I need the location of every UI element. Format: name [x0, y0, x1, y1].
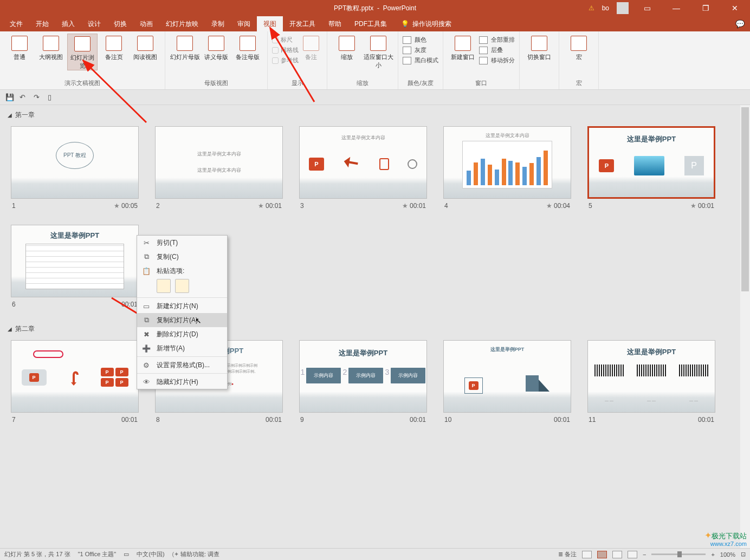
start-from-beginning-icon[interactable]: ▯ — [48, 93, 56, 102]
menu-粘贴选项:[interactable]: 📋粘贴选项: — [137, 264, 227, 278]
ribbon-btn-宏[interactable]: 宏 — [564, 34, 594, 61]
slide-time: 00:01 — [410, 416, 426, 424]
row-移动拆分[interactable]: 移动拆分 — [479, 56, 515, 64]
menu-删除幻灯片(D)[interactable]: ✖删除幻灯片(D) — [137, 327, 227, 341]
restore-button[interactable]: ❐ — [695, 4, 716, 12]
slideshow-view-button[interactable] — [628, 551, 637, 558]
avatar[interactable] — [617, 2, 629, 14]
slide-thumb-4[interactable]: 这里是举例文本内容 — [443, 126, 571, 199]
redo-icon[interactable]: ↷ — [34, 93, 42, 102]
menu-复制(C)[interactable]: ⧉复制(C) — [137, 250, 227, 264]
tab-审阅[interactable]: 审阅 — [231, 16, 257, 31]
slide-thumb-7[interactable]: PPPPP — [11, 340, 139, 413]
ribbon-icon — [531, 36, 547, 51]
tab-插入[interactable]: 插入 — [55, 16, 81, 31]
warning-icon: ⚠ — [589, 4, 594, 12]
ribbon-btn-切换窗口[interactable]: 切换窗口 — [524, 34, 554, 61]
language-indicator[interactable]: 中文(中国) — [137, 550, 164, 558]
tab-设计[interactable]: 设计 — [81, 16, 107, 31]
paste-option-theme[interactable] — [157, 279, 171, 293]
menu-剪切(T)[interactable]: ✂剪切(T) — [137, 236, 227, 250]
tab-开发工具[interactable]: 开发工具 — [283, 16, 322, 31]
tab-视图[interactable]: 视图 — [257, 16, 283, 31]
small-icon — [479, 36, 488, 44]
ribbon-group-缩放: 缩放适应窗口大小缩放 — [327, 31, 398, 89]
group-label: 颜色/灰度 — [408, 79, 433, 88]
slide-thumb-5[interactable]: 这里是举例PPTPP — [587, 126, 715, 199]
row-层叠[interactable]: 层叠 — [479, 46, 515, 54]
slide-thumb-9[interactable]: 这里是举例PPT1示例内容2示例内容3示例内容 — [299, 340, 427, 413]
ribbon-btn-备注母版[interactable]: 备注母版 — [232, 34, 263, 61]
small-icon — [403, 57, 411, 64]
row-颜色[interactable]: 颜色 — [403, 36, 438, 44]
ribbon-group-母版视图: 幻灯片母版讲义母版备注母版母版视图 — [165, 31, 268, 89]
slide-thumb-11[interactable]: 这里是举例PPT— —— —— — — [587, 340, 715, 413]
ribbon-btn-幻灯片母版[interactable]: 幻灯片母版 — [170, 34, 200, 61]
ribbon-btn-阅读视图[interactable]: 阅读视图 — [130, 34, 160, 61]
ribbon-btn-备注页[interactable]: 备注页 — [99, 34, 129, 61]
slide-thumb-6[interactable]: 这里是举例PPT — [11, 225, 139, 297]
zoom-value[interactable]: 100% — [720, 551, 735, 558]
accessibility-indicator[interactable]: (✦ 辅助功能: 调查 — [172, 550, 220, 558]
tab-文件[interactable]: 文件 — [3, 16, 29, 31]
paste-option-source[interactable] — [175, 279, 189, 293]
normal-view-button[interactable] — [582, 551, 592, 558]
ribbon-icon — [74, 36, 90, 51]
row-黑白模式[interactable]: 黑白模式 — [403, 56, 438, 64]
slide-thumb-2[interactable]: 这里是举例文本内容这里是举例文本内容 — [155, 126, 283, 199]
slide-time: 00:01 — [121, 416, 138, 424]
mouse-cursor-icon: ↖ — [195, 316, 202, 325]
fit-to-window-button[interactable]: ⊡ — [741, 551, 746, 558]
menu-设置背景格式(B)...[interactable]: ⚙设置背景格式(B)... — [137, 358, 227, 372]
window-title: PPT教程.pptx - PowerPoint — [334, 4, 416, 13]
vertical-scrollbar[interactable] — [740, 105, 750, 548]
zoom-in-button[interactable]: + — [711, 551, 714, 558]
slide-thumb-10[interactable]: 这里是举例PPTP — [443, 340, 571, 413]
row-灰度[interactable]: 灰度 — [403, 46, 438, 54]
zoom-slider[interactable] — [651, 554, 706, 555]
save-icon[interactable]: 💾 — [5, 93, 14, 102]
ribbon-btn-缩放[interactable]: 缩放 — [332, 34, 362, 61]
scroll-thumb[interactable] — [741, 107, 749, 291]
zoom-out-button[interactable]: − — [643, 551, 646, 558]
undo-icon[interactable]: ↶ — [20, 93, 28, 102]
ribbon-btn-讲义母版[interactable]: 讲义母版 — [201, 34, 231, 61]
slide-cell: PPPPP700:01 — [11, 340, 139, 424]
tab-帮助[interactable]: 帮助 — [322, 16, 348, 31]
tab-录制[interactable]: 录制 — [205, 16, 231, 31]
row-全部重排[interactable]: 全部重排 — [479, 36, 515, 44]
notes-button[interactable]: ≣ 备注 — [558, 550, 577, 558]
tab-切换[interactable]: 切换 — [107, 16, 133, 31]
tab-动画[interactable]: 动画 — [133, 16, 159, 31]
slide-sorter-view-button[interactable] — [597, 551, 607, 558]
menu-复制幻灯片(A)[interactable]: ⧉复制幻灯片(A) — [137, 313, 227, 327]
tab-开始[interactable]: 开始 — [29, 16, 55, 31]
spellcheck-icon[interactable]: ▭ — [124, 551, 129, 558]
slide-thumb-3[interactable]: 这里是举例文本内容P — [299, 126, 427, 199]
close-button[interactable]: ✕ — [724, 4, 746, 12]
menu-icon: ➕ — [141, 343, 151, 353]
ribbon-icon — [11, 36, 28, 51]
ribbon-btn-大纲视图[interactable]: 大纲视图 — [36, 34, 66, 61]
watermark: ✦极光下载站 www.xz7.com — [704, 531, 747, 547]
menu-新建幻灯片(N)[interactable]: ▭新建幻灯片(N) — [137, 299, 227, 313]
ribbon-btn-适应窗口大小[interactable]: 适应窗口大小 — [363, 34, 393, 69]
slide-cell: 这里是举例文本内容4★ 00:04 — [443, 126, 571, 210]
menu-隐藏幻灯片(H)[interactable]: 👁隐藏幻灯片(H) — [137, 375, 227, 389]
tab-PDF工具集[interactable]: PDF工具集 — [348, 16, 393, 31]
ribbon-display-button[interactable]: ▭ — [636, 4, 658, 12]
reading-view-button[interactable] — [612, 551, 622, 558]
slide-cell: PPT 教程1★ 00:05 — [11, 126, 139, 210]
tell-me-search[interactable]: 💡操作说明搜索 — [401, 19, 451, 29]
minimize-button[interactable]: — — [665, 4, 687, 12]
menu-新增节(A)[interactable]: ➕新增节(A) — [137, 341, 227, 355]
speech-icon[interactable]: 💬 — [735, 19, 745, 28]
ribbon-icon — [240, 36, 256, 51]
ribbon-btn-普通[interactable]: 普通 — [4, 34, 35, 61]
ribbon-btn-新建窗口[interactable]: 新建窗口 — [448, 34, 478, 61]
svg-marker-1 — [539, 380, 549, 392]
slide-time: ★ 00:01 — [258, 202, 282, 210]
slide-number: 6 — [12, 301, 16, 308]
tab-幻灯片放映[interactable]: 幻灯片放映 — [159, 16, 205, 31]
slide-thumb-1[interactable]: PPT 教程 — [11, 126, 139, 199]
